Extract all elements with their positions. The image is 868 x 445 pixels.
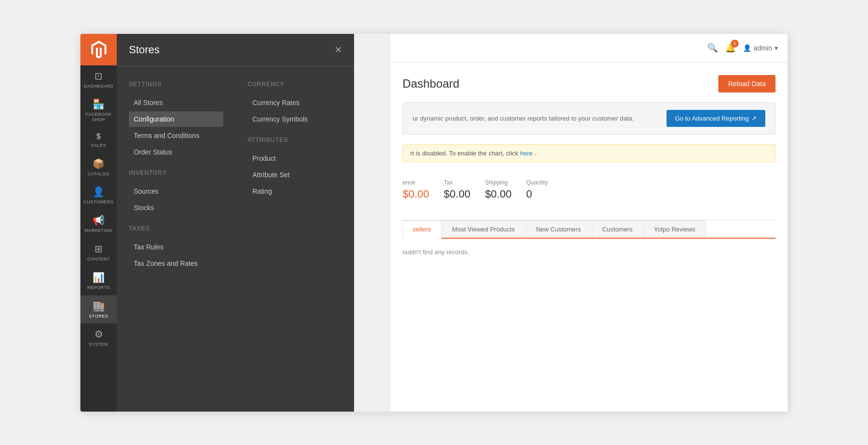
shipping-value: $0.00 [485,188,512,200]
main-content: 🔍 🔔 6 👤 admin ▾ Dashboard Reload Data [390,34,788,412]
menu-section-inventory: Inventory Sources Stocks [129,169,223,215]
advanced-reporting-bar: ur dynamic product, order, and customer … [403,102,775,135]
outer-wrapper: ⊡ DASHBOARD 🏪 FACEBOOK SHOP $ SALES 📦 CA… [0,0,868,445]
sidebar: ⊡ DASHBOARD 🏪 FACEBOOK SHOP $ SALES 📦 CA… [80,34,117,412]
shipping-label: Shipping [485,179,512,186]
sidebar-logo [80,34,117,65]
customers-icon: 👤 [93,186,105,198]
inventory-section-title: Inventory [129,169,223,176]
page-title: Dashboard [403,77,459,91]
stat-quantity: Quantity 0 [526,179,548,200]
mega-menu-close-button[interactable]: ✕ [335,46,342,54]
tabs-section: sellers Most Viewed Products New Custome… [403,220,775,265]
sidebar-item-reports[interactable]: 📊 REPORTS [80,267,117,295]
tabs-row: sellers Most Viewed Products New Custome… [403,220,775,239]
chart-disabled-text: rt is disabled. To enable the chart, cli… [410,150,518,157]
menu-item-attribute-set[interactable]: Attribute Set [248,167,342,183]
menu-section-settings: Settings All Stores Configuration Terms … [129,81,223,160]
sales-icon: $ [96,132,101,141]
menu-item-stocks[interactable]: Stocks [129,200,223,215]
tab-new-customers[interactable]: New Customers [526,220,591,238]
menu-item-configuration[interactable]: Configuration [129,111,223,127]
mega-menu: Stores ✕ Settings All Stores Configurati… [117,34,354,412]
stat-shipping: Shipping $0.00 [485,179,512,200]
menu-item-all-stores[interactable]: All Stores [129,95,223,110]
stores-icon: 🏬 [93,300,105,312]
sidebar-item-system[interactable]: ⚙ SYSTEM [80,323,117,352]
no-records-text: ouldn't find any records. [403,248,469,256]
menu-column-1: Settings All Stores Configuration Terms … [117,76,235,402]
admin-user[interactable]: 👤 admin ▾ [743,44,778,52]
revenue-label: enue [403,179,429,186]
catalog-icon: 📦 [93,158,105,169]
menu-item-tax-zones-rates[interactable]: Tax Zones and Rates [129,256,223,271]
menu-item-tax-rules[interactable]: Tax Rules [129,239,223,255]
mega-menu-body: Settings All Stores Configuration Terms … [117,66,354,412]
dashboard-icon: ⊡ [94,70,103,82]
menu-item-sources[interactable]: Sources [129,184,223,199]
reports-icon: 📊 [93,272,105,283]
quantity-label: Quantity [526,179,548,186]
menu-item-rating[interactable]: Rating [248,184,342,199]
stats-row: enue $0.00 Tax $0.00 Shipping $0.00 Quan… [403,172,775,208]
top-bar: 🔍 🔔 6 👤 admin ▾ [390,34,788,63]
tab-most-viewed-products[interactable]: Most Viewed Products [442,220,525,238]
stat-tax: Tax $0.00 [444,179,470,200]
reload-data-button[interactable]: Reload Data [718,75,775,92]
sidebar-item-dashboard[interactable]: ⊡ DASHBOARD [80,65,117,94]
tax-value: $0.00 [444,188,470,200]
attributes-section-title: Attributes [248,137,342,143]
sidebar-item-sales[interactable]: $ SALES [80,127,117,153]
menu-item-terms-conditions[interactable]: Terms and Conditions [129,128,223,143]
quantity-value: 0 [526,188,548,200]
currency-section-title: Currency [248,81,342,88]
chart-enable-link[interactable]: here [520,150,533,157]
tab-content: ouldn't find any records. [403,239,775,265]
mega-menu-header: Stores ✕ [117,34,354,66]
taxes-section-title: Taxes [129,225,223,232]
tax-label: Tax [444,179,470,186]
tab-customers[interactable]: Customers [592,220,643,238]
sidebar-item-customers[interactable]: 👤 CUSTOMERS [80,181,117,210]
content-icon: ⊞ [94,243,103,255]
sidebar-item-content[interactable]: ⊞ CONTENT [80,238,117,267]
marketing-icon: 📢 [93,215,105,226]
tab-yotpo-reviews[interactable]: Yotpo Reviews [644,220,706,238]
menu-section-attributes: Attributes Product Attribute Set Rating [248,137,342,199]
page-header: Dashboard Reload Data [403,75,775,92]
menu-item-order-status[interactable]: Order Status [129,144,223,160]
user-icon: 👤 [743,44,751,52]
advanced-reporting-label: Go to Advanced Reporting [675,115,749,122]
stat-revenue: enue $0.00 [403,179,429,200]
page-content: Dashboard Reload Data ur dynamic product… [390,63,788,412]
user-label: admin [754,44,772,52]
sidebar-item-catalog[interactable]: 📦 CATALOG [80,153,117,182]
search-icon[interactable]: 🔍 [707,43,718,53]
menu-section-taxes: Taxes Tax Rules Tax Zones and Rates [129,225,223,271]
go-to-advanced-reporting-button[interactable]: Go to Advanced Reporting ↗ [666,110,766,127]
revenue-value: $0.00 [403,188,429,200]
menu-item-currency-symbols[interactable]: Currency Symbols [248,111,342,127]
mega-menu-title: Stores [129,44,160,56]
settings-section-title: Settings [129,81,223,88]
facebook-shop-icon: 🏪 [93,98,105,110]
main-container: ⊡ DASHBOARD 🏪 FACEBOOK SHOP $ SALES 📦 CA… [80,34,788,412]
menu-section-currency: Currency Currency Rates Currency Symbols [248,81,342,127]
advanced-reporting-text: ur dynamic product, order, and customer … [413,115,634,122]
notification-wrapper[interactable]: 🔔 6 [725,43,736,53]
notification-badge: 6 [731,40,739,47]
menu-item-currency-rates[interactable]: Currency Rates [248,95,342,110]
chart-disabled-bar: rt is disabled. To enable the chart, cli… [403,144,775,162]
sidebar-item-stores[interactable]: 🏬 STORES [80,295,117,324]
menu-item-product[interactable]: Product [248,151,342,166]
tab-bestsellers[interactable]: sellers [403,220,441,239]
sidebar-item-facebook-shop[interactable]: 🏪 FACEBOOK SHOP [80,93,117,127]
menu-column-2: Currency Currency Rates Currency Symbols… [235,76,354,402]
dropdown-icon: ▾ [775,44,778,52]
system-icon: ⚙ [94,328,103,340]
sidebar-item-marketing[interactable]: 📢 MARKETING [80,210,117,238]
external-link-icon: ↗ [751,115,757,122]
